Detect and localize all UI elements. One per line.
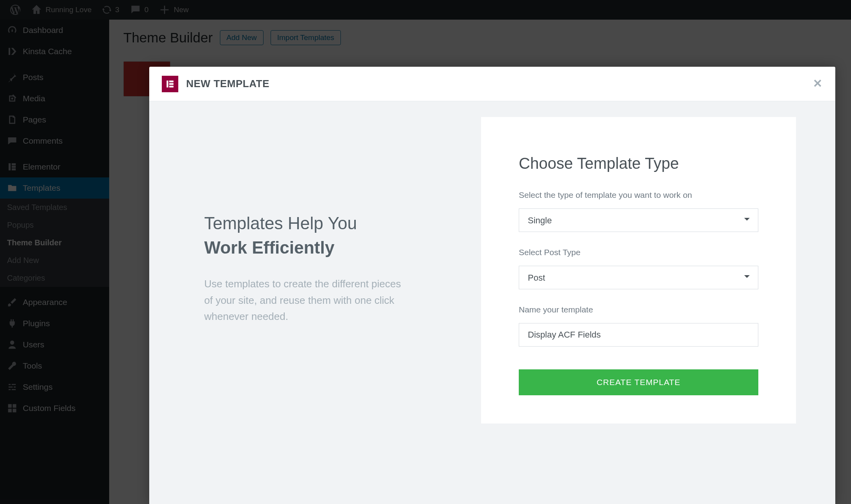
close-icon [813, 78, 823, 88]
elementor-logo-icon [162, 76, 178, 92]
modal-heading-line2: Work Efficiently [204, 236, 454, 260]
template-type-select[interactable]: Single [519, 208, 758, 232]
template-name-label: Name your template [519, 305, 758, 314]
template-type-label: Select the type of template you want to … [519, 190, 758, 200]
svg-rect-7 [169, 86, 174, 87]
modal-left-heading: Templates Help You Work Efficiently [204, 211, 454, 259]
modal-heading-line1: Templates Help You [204, 214, 357, 233]
modal-right-panel: Choose Template Type Select the type of … [481, 101, 835, 504]
modal-left-desc: Use templates to create the different pi… [204, 276, 408, 325]
create-template-button[interactable]: CREATE TEMPLATE [519, 369, 758, 395]
post-type-label: Select Post Type [519, 248, 758, 257]
modal-left-panel: Templates Help You Work Efficiently Use … [149, 101, 481, 504]
post-type-select[interactable]: Post [519, 266, 758, 289]
svg-rect-5 [169, 80, 174, 82]
template-name-input[interactable] [519, 323, 758, 347]
modal-header: NEW TEMPLATE [149, 67, 835, 101]
close-button[interactable] [813, 78, 823, 90]
template-form: Choose Template Type Select the type of … [481, 117, 796, 424]
svg-rect-4 [167, 80, 168, 88]
modal-title: NEW TEMPLATE [186, 78, 269, 90]
modal-body: Templates Help You Work Efficiently Use … [149, 101, 835, 504]
svg-rect-6 [169, 83, 174, 84]
new-template-modal: NEW TEMPLATE Templates Help You Work Eff… [149, 67, 835, 504]
form-heading: Choose Template Type [519, 155, 758, 172]
